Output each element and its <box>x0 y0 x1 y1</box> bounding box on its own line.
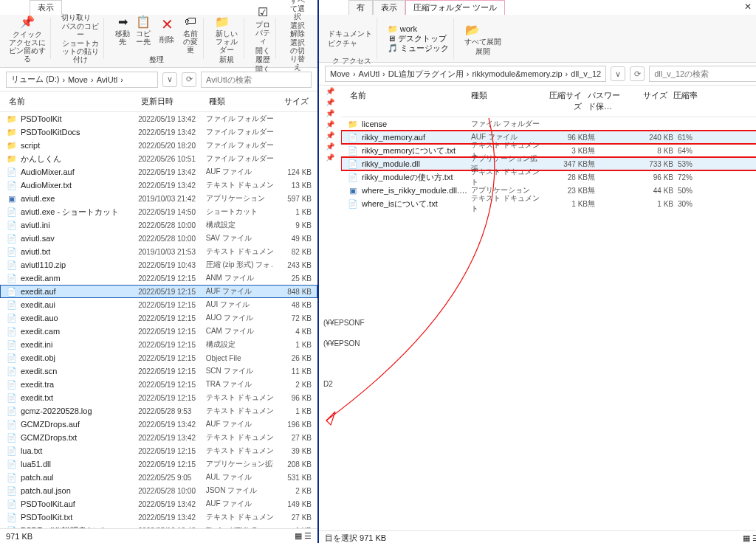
file-size: 4 KB <box>273 328 312 336</box>
chevron-right-icon: › <box>91 75 94 84</box>
left-file-list[interactable]: 📁 PSDToolKit 2022/05/19 13:42 ファイル フォルダー… <box>0 112 317 528</box>
file-row[interactable]: 📄 lua51.dll 2022/05/19 12:15 アプリケーション拡張 … <box>0 457 317 471</box>
rename-icon[interactable]: 🏷 <box>182 13 199 30</box>
file-row[interactable]: 📄 exedit.ini 2022/05/19 12:15 構成設定 1 KB <box>0 338 317 351</box>
file-row[interactable]: 📄 AudioMixer.txt 2022/05/19 13:42 テキスト ド… <box>0 179 317 192</box>
pin-icon[interactable]: 📌 <box>325 153 335 162</box>
file-icon: 📄 <box>6 220 18 230</box>
file-row[interactable]: 📄 exedit.aui 2022/05/19 12:15 AUI ファイル 4… <box>0 298 317 311</box>
right-column-headers[interactable]: 名前 種類 圧縮サイズ パスワード保… サイズ 圧縮率 <box>341 86 756 117</box>
file-type: ファイル フォルダー <box>206 127 274 137</box>
dropdown-icon[interactable]: ∨ <box>162 72 177 87</box>
file-row[interactable]: 📁 かんしくん 2022/05/26 10:51 ファイル フォルダー <box>0 152 317 165</box>
newfolder-icon[interactable]: 📁 <box>214 13 230 30</box>
file-row[interactable]: ▣ where_is_rikky_module.dll.exe アプリケーション… <box>341 184 756 197</box>
file-icon: 📄 <box>6 406 18 416</box>
delete-icon[interactable]: ✕ <box>156 13 178 35</box>
chevron-right-icon: › <box>120 75 123 84</box>
move-icon[interactable]: ➡ <box>114 13 131 30</box>
file-row[interactable]: 📄 AudioMixer.auf 2022/05/19 13:42 AUF ファ… <box>0 165 317 179</box>
file-row[interactable]: 📁 PSDToolKitDocs 2022/05/19 13:42 ファイル フ… <box>0 125 317 139</box>
pin-icon[interactable]: 📌 <box>325 142 335 151</box>
file-row[interactable]: 📄 GCMZDrops.txt 2022/05/19 13:42 テキスト ドキ… <box>0 431 317 444</box>
file-row[interactable]: 📄 exedit.tra 2022/05/19 12:15 TRA ファイル 2… <box>0 378 317 391</box>
cut-label[interactable]: 切り取り <box>61 13 91 21</box>
file-row[interactable]: 📄 lua.txt 2022/05/19 12:15 テキスト ドキュメント 3… <box>0 444 317 457</box>
file-row[interactable]: 📄 aviutl110.zip 2022/05/19 10:43 圧縮 (zip… <box>0 258 317 272</box>
pin-icon[interactable]: 📌 <box>325 109 335 117</box>
tab-view[interactable]: 表示 <box>373 0 405 15</box>
search-input[interactable] <box>201 72 312 88</box>
left-breadcrumb[interactable]: リューム (D:)› Move› AviUtl› <box>6 72 158 88</box>
file-row[interactable]: 📄 PSDToolKit.txt 2022/05/19 13:42 テキスト ド… <box>0 511 317 524</box>
file-row[interactable]: 📄 rikky_memoryについて.txt テキスト ドキュメント 3 KB … <box>341 144 756 157</box>
history-label[interactable]: 履歴 <box>255 55 270 63</box>
file-row[interactable]: 📄 where_isについて.txt テキスト ドキュメント 1 KB 無 1 … <box>341 197 756 210</box>
col-name: 名前 <box>6 94 138 108</box>
file-row[interactable]: 📄 aviutl.txt 2019/10/03 21:53 テキスト ドキュメン… <box>0 245 317 258</box>
pin-icon[interactable]: 📌 <box>325 98 335 106</box>
right-explorer-window: ✕ 有 表示 圧縮フォルダー ツール ドキュメント ピクチャ 📁 work 🖥 … <box>319 0 756 543</box>
search-input[interactable] <box>649 66 756 82</box>
tab-share[interactable]: 有 <box>348 0 373 15</box>
file-row[interactable]: ▣ aviutl.exe 2019/10/03 21:42 アプリケーション 5… <box>0 192 317 205</box>
file-icon: 📄 <box>6 353 18 363</box>
group-organize: 整理 <box>149 55 164 63</box>
view-icons[interactable]: ▦ ☰ <box>295 531 312 541</box>
file-row[interactable]: 📄 exedit.auf 2022/05/19 12:15 AUF ファイル 8… <box>0 285 317 298</box>
file-row[interactable]: 📄 exedit.auo 2022/05/19 12:15 AUO ファイル 7… <box>0 311 317 325</box>
invert-label[interactable]: 選択の切り替え <box>286 38 309 71</box>
file-icon: 📄 <box>347 132 359 142</box>
file-size: 39 KB <box>273 447 312 455</box>
left-column-headers[interactable]: 名前 更新日時 種類 サイズ <box>0 91 317 112</box>
open-label[interactable]: 開く <box>255 46 270 55</box>
dropdown-icon[interactable]: ∨ <box>611 66 625 81</box>
file-row[interactable]: 📄 PSDToolKit.auf 2022/05/19 13:42 AUF ファ… <box>0 497 317 511</box>
file-row[interactable]: 📄 exedit.anm 2022/05/19 12:15 ANM ファイル 2… <box>0 272 317 285</box>
file-row[interactable]: 📄 aviutl.exe - ショートカット 2022/05/19 14:50 … <box>0 205 317 218</box>
copy-icon[interactable]: 📋 <box>135 13 151 30</box>
file-row[interactable]: 📄 exedit.scn 2022/05/19 12:15 SCN ファイル 1… <box>0 364 317 378</box>
selectnone-label[interactable]: 選択解除 <box>286 21 309 38</box>
file-date: 2022/05/19 13:42 <box>138 168 206 176</box>
properties-icon[interactable]: ☑ <box>255 4 271 21</box>
file-row[interactable]: 📁 script 2022/05/20 18:20 ファイル フォルダー <box>0 139 317 152</box>
pin-icon[interactable]: 📌 <box>325 120 335 128</box>
right-file-list[interactable]: 📁 license ファイル フォルダー 📄 rikky_memory.auf … <box>341 117 756 530</box>
file-row[interactable]: 📄 exedit.cam 2022/05/19 12:15 CAM ファイル 4… <box>0 325 317 338</box>
file-size: 2 KB <box>273 487 312 495</box>
selectall-label[interactable]: すべて選択 <box>286 0 309 21</box>
file-row[interactable]: 📄 rikky_module.dll アプリケーション拡張 347 KB 無 7… <box>341 157 756 170</box>
file-icon: 📄 <box>6 392 18 403</box>
refresh-button[interactable]: ⟳ <box>630 66 645 81</box>
file-row[interactable]: 📄 GCMZDrops.auf 2022/05/19 13:42 AUF ファイ… <box>0 418 317 431</box>
pin-icon[interactable]: 📌 <box>19 15 35 29</box>
file-row[interactable]: 📄 patch.aul 2022/05/25 9:05 AUL ファイル 531… <box>0 471 317 484</box>
file-row[interactable]: 📄 exedit.obj 2022/05/19 12:15 Object Fil… <box>0 351 317 364</box>
file-row[interactable]: 📁 PSDToolKit 2022/05/19 13:42 ファイル フォルダー <box>0 112 317 125</box>
file-row[interactable]: 📄 aviutl.sav 2022/05/28 10:00 SAV ファイル 4… <box>0 232 317 245</box>
copypath-label[interactable]: パスのコピー <box>61 22 99 38</box>
tab-view[interactable]: 表示 <box>30 0 62 15</box>
file-row[interactable]: 📁 license ファイル フォルダー <box>341 117 756 131</box>
file-icon: 📄 <box>6 446 18 456</box>
file-row[interactable]: 📄 rikky_moduleの使い方.txt テキスト ドキュメント 28 KB… <box>341 170 756 184</box>
file-row[interactable]: 📄 rikky_memory.auf AUF ファイル 96 KB 無 240 … <box>341 131 756 144</box>
file-date: 2022/05/19 12:15 <box>138 367 206 376</box>
file-row[interactable]: 📄 gcmz-20220528.log 2022/05/28 9:53 テキスト… <box>0 404 317 418</box>
pin-icon[interactable]: 📌 <box>325 87 335 95</box>
extract-icon[interactable]: 📂 <box>464 21 481 38</box>
file-row[interactable]: 📄 exedit.txt 2022/05/19 12:15 テキスト ドキュメン… <box>0 391 317 404</box>
file-row[interactable]: 📄 patch.aul.json 2022/05/28 10:00 JSON フ… <box>0 484 317 497</box>
pin-icon[interactable]: 📌 <box>325 131 335 139</box>
col-pw: パスワード保… <box>585 89 629 114</box>
refresh-button[interactable]: ⟳ <box>182 72 196 87</box>
file-icon: 📄 <box>6 366 18 376</box>
close-icon[interactable]: ✕ <box>744 1 752 12</box>
pasteshortcut-label[interactable]: ショートカットの貼り付け <box>61 39 99 63</box>
file-name: PSDToolKitDocs <box>21 128 138 136</box>
right-breadcrumb[interactable]: Move› AviUtl› DL追加プラグイン用› rikkymodule&me… <box>325 66 606 82</box>
tab-ziptools[interactable]: 圧縮フォルダー ツール <box>405 0 505 15</box>
view-icons[interactable]: ▦ ☰ <box>743 533 756 543</box>
file-row[interactable]: 📄 aviutl.ini 2022/05/28 10:00 構成設定 9 KB <box>0 218 317 232</box>
